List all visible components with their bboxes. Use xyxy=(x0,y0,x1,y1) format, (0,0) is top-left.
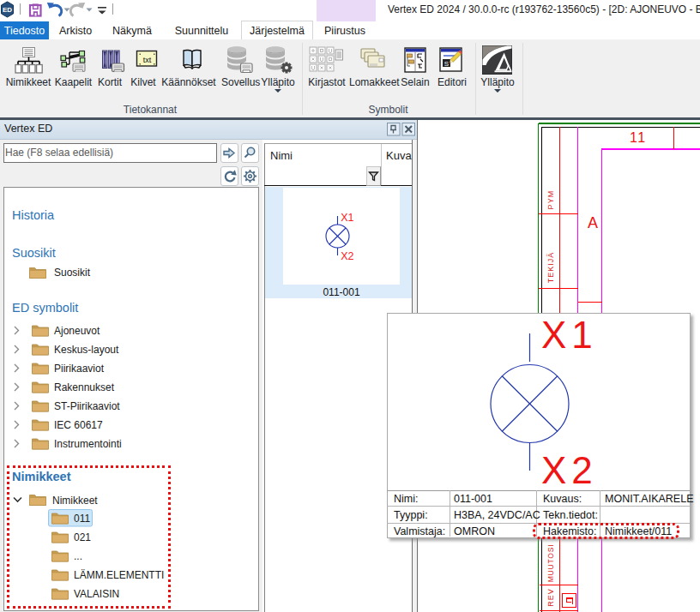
svg-text:A: A xyxy=(588,214,598,231)
svg-text:X2: X2 xyxy=(341,250,353,262)
svg-text:X1: X1 xyxy=(341,212,353,224)
svg-text:S: S xyxy=(444,60,449,68)
svg-text:11: 11 xyxy=(630,130,647,145)
